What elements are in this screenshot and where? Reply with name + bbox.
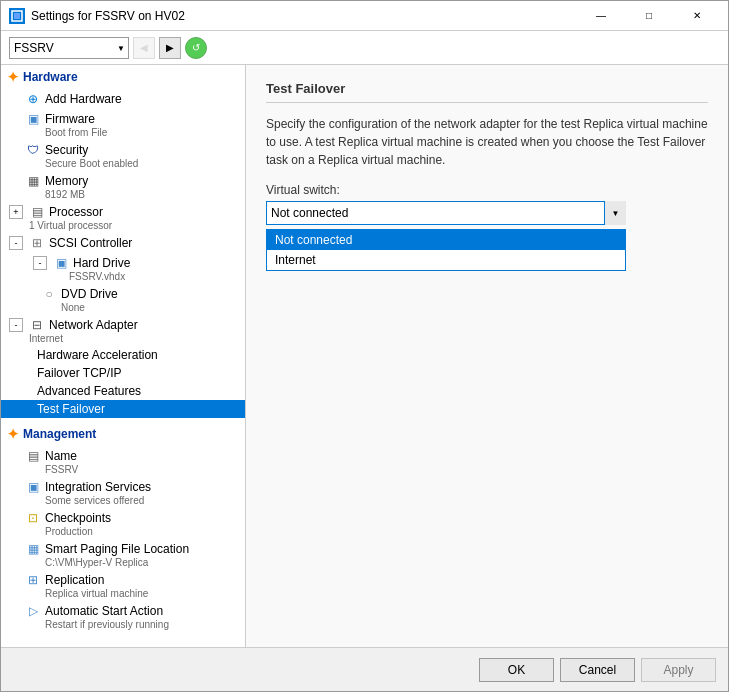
virtual-switch-select[interactable]: Not connected Internet bbox=[266, 201, 626, 225]
sidebar-item-processor[interactable]: + ▤ Processor 1 Virtual processor bbox=[1, 202, 245, 233]
dvd-drive-label: DVD Drive bbox=[61, 287, 118, 301]
sidebar-item-advanced[interactable]: Advanced Features bbox=[1, 382, 245, 400]
sidebar-item-smart-paging[interactable]: ▦ Smart Paging File Location C:\VM\Hyper… bbox=[1, 539, 245, 570]
hardware-section-label: Hardware bbox=[23, 70, 78, 84]
minimize-button[interactable]: — bbox=[578, 1, 624, 31]
sidebar-item-integration[interactable]: ▣ Integration Services Some services off… bbox=[1, 477, 245, 508]
test-failover-label: Test Failover bbox=[37, 402, 105, 416]
processor-expand[interactable]: + bbox=[9, 205, 23, 219]
memory-icon: ▦ bbox=[25, 173, 41, 189]
firmware-label: Firmware bbox=[45, 112, 95, 126]
checkpoints-icon: ⊡ bbox=[25, 510, 41, 526]
window-title: Settings for FSSRV on HV02 bbox=[31, 9, 578, 23]
vm-selector-wrap: FSSRV bbox=[9, 37, 129, 59]
title-bar: Settings for FSSRV on HV02 — □ ✕ bbox=[1, 1, 728, 31]
sidebar-item-test-failover[interactable]: Test Failover bbox=[1, 400, 245, 418]
ok-button[interactable]: OK bbox=[479, 658, 554, 682]
management-section-label: Management bbox=[23, 427, 96, 441]
security-sub: Secure Boot enabled bbox=[25, 158, 237, 169]
sidebar-item-checkpoints[interactable]: ⊡ Checkpoints Production bbox=[1, 508, 245, 539]
network-icon: ⊟ bbox=[29, 317, 45, 333]
firmware-sub: Boot from File bbox=[25, 127, 237, 138]
auto-start-sub: Restart if previously running bbox=[25, 619, 237, 630]
virtual-switch-label: Virtual switch: bbox=[266, 183, 708, 197]
window-controls: — □ ✕ bbox=[578, 1, 720, 31]
main-panel: Test Failover Specify the configuration … bbox=[246, 65, 728, 647]
description-text: Specify the configuration of the network… bbox=[266, 115, 708, 169]
checkpoints-sub: Production bbox=[25, 526, 237, 537]
cancel-button[interactable]: Cancel bbox=[560, 658, 635, 682]
security-icon: 🛡 bbox=[25, 142, 41, 158]
refresh-button[interactable]: ↺ bbox=[185, 37, 207, 59]
replication-icon: ⊞ bbox=[25, 572, 41, 588]
dvd-drive-sub: None bbox=[41, 302, 237, 313]
sidebar-item-hw-accel[interactable]: Hardware Acceleration bbox=[1, 346, 245, 364]
dropdown-option-not-connected[interactable]: Not connected bbox=[267, 230, 625, 250]
sidebar-item-security[interactable]: 🛡 Security Secure Boot enabled bbox=[1, 140, 245, 171]
sidebar-item-network-adapter[interactable]: - ⊟ Network Adapter Internet bbox=[1, 315, 245, 346]
firmware-icon: ▣ bbox=[25, 111, 41, 127]
smart-paging-label: Smart Paging File Location bbox=[45, 542, 189, 556]
sidebar-item-replication[interactable]: ⊞ Replication Replica virtual machine bbox=[1, 570, 245, 601]
processor-icon: ▤ bbox=[29, 204, 45, 220]
sidebar-item-dvd-drive[interactable]: ○ DVD Drive None bbox=[1, 284, 245, 315]
hardware-section-icon: ✦ bbox=[7, 69, 19, 85]
management-section-icon: ✦ bbox=[7, 426, 19, 442]
vm-selector[interactable]: FSSRV bbox=[9, 37, 129, 59]
security-label: Security bbox=[45, 143, 88, 157]
dropdown-option-internet[interactable]: Internet bbox=[267, 250, 625, 270]
dropdown-open-list: Not connected Internet bbox=[266, 229, 626, 271]
replication-sub: Replica virtual machine bbox=[25, 588, 237, 599]
virtual-switch-dropdown-wrap: Not connected Internet ▼ bbox=[266, 201, 626, 225]
memory-label: Memory bbox=[45, 174, 88, 188]
failover-tcp-label: Failover TCP/IP bbox=[37, 366, 121, 380]
integration-icon: ▣ bbox=[25, 479, 41, 495]
svg-rect-1 bbox=[14, 13, 20, 19]
content-area: ✦ Hardware ⊕ Add Hardware ▣ Firmware Boo… bbox=[1, 65, 728, 647]
hard-drive-sub: FSSRV.vhdx bbox=[33, 271, 237, 282]
add-hardware-label: Add Hardware bbox=[45, 92, 122, 106]
sidebar-item-failover-tcp[interactable]: Failover TCP/IP bbox=[1, 364, 245, 382]
replication-label: Replication bbox=[45, 573, 104, 587]
network-expand[interactable]: - bbox=[9, 318, 23, 332]
checkpoints-label: Checkpoints bbox=[45, 511, 111, 525]
dropdown-container: Not connected Internet ▼ bbox=[266, 201, 626, 225]
integration-sub: Some services offered bbox=[25, 495, 237, 506]
hard-drive-icon: ▣ bbox=[53, 255, 69, 271]
apply-button[interactable]: Apply bbox=[641, 658, 716, 682]
scsi-expand[interactable]: - bbox=[9, 236, 23, 250]
scsi-icon: ⊞ bbox=[29, 235, 45, 251]
sidebar-item-add-hardware[interactable]: ⊕ Add Hardware bbox=[1, 89, 245, 109]
network-sub: Internet bbox=[9, 333, 237, 344]
sidebar-item-firmware[interactable]: ▣ Firmware Boot from File bbox=[1, 109, 245, 140]
hw-accel-label: Hardware Acceleration bbox=[37, 348, 158, 362]
sidebar-item-name[interactable]: ▤ Name FSSRV bbox=[1, 446, 245, 477]
window-icon bbox=[9, 8, 25, 24]
sidebar-item-hard-drive[interactable]: - ▣ Hard Drive FSSRV.vhdx bbox=[1, 253, 245, 284]
sidebar-item-memory[interactable]: ▦ Memory 8192 MB bbox=[1, 171, 245, 202]
forward-button[interactable]: ▶ bbox=[159, 37, 181, 59]
section-title: Test Failover bbox=[266, 81, 708, 103]
integration-label: Integration Services bbox=[45, 480, 151, 494]
dvd-drive-icon: ○ bbox=[41, 286, 57, 302]
auto-start-label: Automatic Start Action bbox=[45, 604, 163, 618]
hardware-section-header[interactable]: ✦ Hardware bbox=[1, 65, 245, 89]
processor-sub: 1 Virtual processor bbox=[9, 220, 237, 231]
memory-sub: 8192 MB bbox=[25, 189, 237, 200]
scsi-label: SCSI Controller bbox=[49, 236, 132, 250]
maximize-button[interactable]: □ bbox=[626, 1, 672, 31]
auto-start-icon: ▷ bbox=[25, 603, 41, 619]
network-label: Network Adapter bbox=[49, 318, 138, 332]
sidebar-item-auto-start[interactable]: ▷ Automatic Start Action Restart if prev… bbox=[1, 601, 245, 632]
toolbar: FSSRV ◀ ▶ ↺ bbox=[1, 31, 728, 65]
add-hardware-icon: ⊕ bbox=[25, 91, 41, 107]
hard-drive-expand[interactable]: - bbox=[33, 256, 47, 270]
advanced-label: Advanced Features bbox=[37, 384, 141, 398]
back-button[interactable]: ◀ bbox=[133, 37, 155, 59]
management-section-header[interactable]: ✦ Management bbox=[1, 422, 245, 446]
name-sub: FSSRV bbox=[25, 464, 237, 475]
processor-label: Processor bbox=[49, 205, 103, 219]
sidebar-item-scsi[interactable]: - ⊞ SCSI Controller bbox=[1, 233, 245, 253]
close-button[interactable]: ✕ bbox=[674, 1, 720, 31]
name-icon: ▤ bbox=[25, 448, 41, 464]
